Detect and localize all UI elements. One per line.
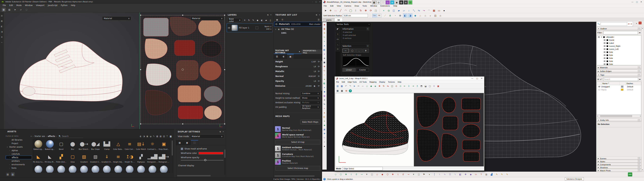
bottom-tool-icon[interactable]: ◇ (375, 172, 379, 176)
texture-set-icon[interactable]: ▥ (0, 14, 3, 17)
close-icon[interactable]: ✕ (299, 50, 300, 53)
house-tool[interactable]: ⌂ (418, 14, 422, 18)
unit-button-mt[interactable]: Mt (377, 14, 381, 18)
library-config-icon[interactable]: ▥ (11, 172, 15, 176)
asset-item[interactable]: ▄█→Histogram ... (158, 152, 170, 164)
clear-filter-icon[interactable]: ✕ (630, 23, 632, 25)
dimension-tool[interactable]: ⊕ (398, 14, 402, 18)
box-tool[interactable]: ▥ (433, 14, 438, 18)
tab-properties-fill[interactable]: PROPERTIES - FILL (302, 50, 322, 54)
tool-icon[interactable]: ▲ (323, 111, 326, 114)
bottom-tool-icon[interactable]: ⑊ (438, 172, 442, 176)
menu-edit[interactable]: Edit (328, 5, 335, 7)
asset-item[interactable]: ⇓Gradient D... (101, 152, 112, 164)
info-icon[interactable]: i (336, 32, 340, 36)
assets-tree-item-Starter-assets[interactable]: ∨Starter assets (6, 145, 32, 149)
asset-item[interactable] (124, 164, 135, 172)
tool-icon[interactable]: ↻ (323, 102, 326, 106)
tag-row-untagged[interactable]: UntaggedDefault (597, 85, 641, 88)
breadcrumb-item[interactable]: Starter ass (34, 135, 45, 138)
flip-uv-icon[interactable]: ⇋ (386, 84, 390, 88)
close-icon[interactable]: ✕ (638, 28, 640, 30)
tool-icon[interactable]: ◆ (323, 123, 326, 127)
col-name[interactable]: Name ^ (602, 82, 620, 85)
visibility-eye-icon[interactable] (604, 42, 606, 44)
menu-file[interactable]: File (335, 81, 340, 83)
scale-tool[interactable]: ◳ (374, 8, 378, 13)
select-tool[interactable]: ➤ (323, 8, 328, 13)
tool-icon[interactable]: ● (323, 86, 326, 89)
view-mode-dropdown[interactable]: Material∨ (190, 134, 224, 138)
reset-channel-icon[interactable]: ⟳ (317, 80, 320, 82)
tool-icon[interactable]: ✚ (323, 132, 326, 136)
viewport-tab-icon[interactable]: ⛶ (191, 140, 198, 145)
close-icon[interactable]: ✕ (638, 74, 640, 76)
align-bottom-icon[interactable]: ↧ (407, 84, 411, 88)
asset-item[interactable]: Baked Lig... (44, 139, 56, 152)
menu-textures[interactable]: Textures (386, 81, 396, 83)
align-right-icon[interactable]: ⇥ (411, 84, 415, 88)
mask-icon[interactable]: ◒ (150, 135, 152, 138)
tool-icon[interactable]: ◧ (323, 82, 326, 85)
add-tag-icon[interactable]: ⊕ (598, 78, 599, 80)
bottom-tool-icon[interactable]: ∿ (443, 172, 446, 176)
layer-row[interactable]: Fill layer 1 Norm ∨ 100 ∨ (227, 24, 273, 32)
plane-map-icon[interactable]: ▢ (428, 84, 432, 88)
close-icon[interactable]: ✕ (638, 170, 640, 172)
pin-icon[interactable]: ⊙ (399, 84, 402, 88)
outliner-item-Sole[interactable]: Sole (597, 60, 641, 63)
asset-item[interactable]: ▢Bevel (56, 139, 67, 152)
eraser-tool[interactable]: ▭ (334, 8, 338, 13)
visibility-eye-icon[interactable] (275, 24, 278, 25)
protractor-tool[interactable]: ◔ (393, 14, 397, 18)
section-header-shadows[interactable]: ▶Shadows✕ (597, 166, 641, 169)
wr-3d-pane[interactable] (336, 93, 414, 166)
entity-info-header[interactable]: ▼Entity Info✕ (597, 118, 641, 122)
maximize-icon[interactable]: ▢ (476, 77, 478, 80)
move-tool[interactable]: ✥ (364, 8, 368, 13)
asset-item[interactable] (33, 164, 44, 172)
size-icon[interactable]: ▣ (287, 54, 294, 59)
sp-3d-viewport[interactable]: Material∨ (4, 12, 140, 129)
menu-javascript[interactable]: JavaScript (46, 4, 59, 6)
vt-cage-tool[interactable]: ▦ (432, 8, 436, 13)
outliner-item-Sole[interactable]: Sole (597, 57, 641, 60)
tag-row-hipoly[interactable]: HipolyDefault (597, 88, 641, 91)
asset-item[interactable]: ▧Gradient (78, 152, 90, 164)
tool-icon[interactable]: ▲ (323, 77, 326, 81)
unit-button-cm[interactable]: Cm (372, 14, 376, 18)
material-icon[interactable]: ◐ (140, 135, 142, 138)
close-icon[interactable]: ✕ (640, 1, 642, 3)
smudge-tool[interactable]: ◌ (24, 8, 28, 12)
axes-icon[interactable]: ⌲ (336, 47, 340, 51)
tags-search-input[interactable]: Search (603, 78, 638, 81)
soften-edges-header[interactable]: ▶Soften Edges✕ (597, 70, 641, 73)
tool-icon[interactable]: ▲ (323, 144, 326, 148)
grid-snap-icon[interactable]: ▩ (340, 89, 344, 93)
details-arrow-icon[interactable]: ➦ (639, 32, 641, 34)
tool-icon[interactable]: ⌖ (323, 140, 326, 144)
menu-python[interactable]: Python (59, 4, 69, 6)
vt-quad-tool[interactable]: ▱ (402, 8, 406, 13)
bottom-tool-icon[interactable]: ◫ (417, 172, 420, 176)
camera-tab-icon[interactable]: ▣ (184, 140, 191, 145)
asset-item[interactable] (112, 164, 124, 172)
assets-tree-item-emitters[interactable]: emitters (6, 159, 32, 163)
bottom-tool-icon[interactable]: t (396, 172, 400, 176)
reset-channel-icon[interactable]: ⟳ (317, 60, 320, 63)
texture-icon[interactable]: ▥ (163, 135, 165, 138)
tool-icon[interactable]: ▲ (323, 44, 326, 48)
weld-icon[interactable]: ∞ (361, 84, 364, 88)
asset-item[interactable]: ⬤Blur (67, 139, 78, 152)
history-icon[interactable]: ◷ (408, 0, 412, 4)
bottom-tool-icon[interactable]: Ƨ (354, 172, 358, 176)
bottom-tool-icon[interactable]: ▭ (474, 172, 478, 176)
bottom-tool-icon[interactable]: ◇ (334, 172, 338, 176)
menu-tools[interactable]: Tools (361, 5, 368, 7)
asset-item[interactable]: ▧Gradient C... (90, 152, 101, 164)
line-tool[interactable]: ╱ (338, 8, 343, 13)
mesh-map-curvature[interactable]: 1CurvatureCurvature Map from Mesh Materi… (274, 152, 322, 158)
close-icon[interactable]: ✕ (366, 28, 369, 30)
visibility-eye-icon[interactable] (604, 58, 606, 59)
asset-item[interactable] (90, 164, 101, 172)
